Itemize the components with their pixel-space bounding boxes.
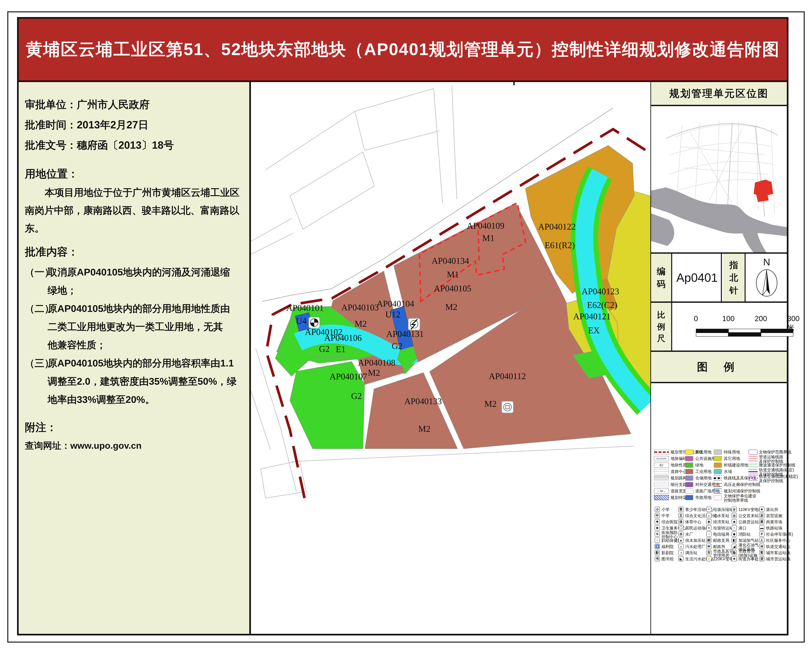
parcel-label: M2	[445, 302, 457, 312]
page: { "banner": {"title": "黄埔区云埔工业区第51、52地块东…	[0, 0, 812, 652]
parcel-label: M2	[418, 424, 430, 434]
minimap-svg	[651, 106, 787, 253]
location-minimap	[651, 106, 787, 254]
legend-icon-label: 肉菜市场	[766, 520, 782, 524]
parcel-label: M2	[354, 319, 367, 329]
approval-unit-label: 审批单位：	[25, 99, 77, 110]
legend-label: 地块编码	[670, 456, 687, 461]
legend-icon-label: 街道办事处	[739, 557, 759, 561]
legend-symbol-hv	[714, 482, 722, 487]
location-line: 本项目用地位于位于广州市黄埔区云埔工业区	[45, 186, 240, 199]
parcel-label: AP040108	[358, 358, 395, 367]
title-banner: 黄埔区云埔工业区第51、52地块东部地块（AP0401规划管理单元）控制性详细规…	[19, 19, 787, 82]
scale-bar-area: 0100200300米	[673, 303, 787, 350]
legend-icon-label: 福利院	[661, 545, 674, 549]
scale-segment	[696, 333, 728, 337]
parcel-label: M1	[447, 269, 459, 279]
parcel-label: EX	[588, 326, 600, 335]
right-panel: 规划管理单元区位图	[651, 82, 787, 634]
legend-icon-公交首末站: ◎	[732, 513, 737, 518]
parcel-label: AP040112	[488, 371, 526, 381]
legend-icon-label: 轨道交通站点	[766, 545, 791, 549]
legend-icon-农贸设施: 农	[759, 513, 765, 518]
approval-time-value: 2013年2月27日	[77, 119, 148, 131]
parcel-label: AP040123	[582, 286, 619, 296]
legend-symbol-centerline	[654, 469, 669, 474]
scale-tick: 200	[755, 314, 767, 323]
legend-icon-label: 电信端局	[713, 532, 730, 536]
substation-icon	[408, 318, 420, 330]
item-1-line: 取消原AP040105地块内的河涌及河涌退缩	[47, 266, 230, 279]
legend-icon-水厂: 水	[678, 531, 684, 537]
legend-icon-街道办事处: ★	[732, 556, 737, 561]
legend-symbol-swatch	[685, 469, 693, 474]
legend-icon-label: 水厂	[685, 532, 693, 536]
item-3-line: 原AP040105地块内的部分用地容积率由1.1	[47, 357, 234, 370]
legend-symbol-roadnet	[654, 476, 669, 481]
legend-icon-城市客运站场: 客	[759, 550, 765, 555]
compass-label: 指 北 针	[723, 254, 746, 302]
parcel-label: U12	[385, 309, 400, 319]
legend-icon-label: 邮政所	[713, 545, 725, 549]
legend-label: 高压走廊保护控制线	[724, 482, 760, 487]
scale-segment	[761, 333, 793, 337]
legend-icon-label: 污水处理厂	[685, 545, 705, 549]
legend-symbol-railway	[714, 476, 722, 481]
legend-label: 市政用地	[695, 495, 711, 500]
legend-icon-label: 农贸设施	[766, 514, 782, 518]
legend-symbol-swatch	[685, 462, 693, 468]
legend-icon-邮政所: ✉	[706, 544, 711, 549]
legend-label: 地块性质	[670, 463, 687, 467]
legend-symbol-swatch	[685, 482, 693, 487]
parcel-label: AP040106	[324, 333, 362, 343]
legend-label: 文物保护范围界线	[759, 450, 791, 454]
legend-label: 规划河涌保护控制线	[724, 489, 760, 493]
legend-symbol-swatch	[685, 456, 693, 461]
legend-symbol-rail-unstable	[748, 476, 758, 481]
legend-icon-label: 派出所	[766, 507, 778, 511]
legend-icon-轨道交通站点: M	[759, 544, 765, 549]
legend-icon-label: 排水泵站	[713, 514, 730, 518]
legend-icon-妇幼保健院: ♀	[655, 537, 660, 543]
legend-icon-label: 综合医院	[661, 520, 678, 524]
legend-icon-label: 110KV变电站	[739, 507, 762, 511]
legend-heading: 图 例	[651, 352, 787, 383]
page-title: 黄埔区云埔工业区第51、52地块东部地块（AP0401规划管理单元）控制性详细规…	[26, 38, 780, 61]
legend-label: 规划路网	[670, 476, 687, 480]
legend-icon-label: 市政管理 (抢险)设施	[739, 549, 757, 557]
minimap-highlight-area	[754, 179, 773, 202]
scale-tick: 0	[694, 314, 698, 323]
parcel-label: AP040134	[432, 256, 469, 266]
note-heading: 附注：	[25, 420, 57, 435]
parcel-label: AP040131	[386, 329, 424, 339]
legend-icon-label: 公交首末站	[739, 514, 759, 518]
legend-label: 居住用地	[695, 450, 711, 454]
item-1-line: 绿地；	[47, 284, 77, 297]
legend-symbol-swatch	[714, 456, 722, 461]
legend-symbol-swatch	[714, 450, 722, 455]
legend-label: 村镇建设用地	[724, 463, 748, 467]
legend-icon-label: 中学	[661, 514, 670, 518]
parcel-label: AP040121	[573, 312, 611, 321]
code-label: 编 码	[651, 254, 672, 302]
parcel-label: AP040105	[434, 283, 471, 293]
legend-label: 管道运输线路 及保护控制线	[759, 455, 783, 464]
parcel-label: E62(C2)	[587, 300, 617, 310]
legend-symbol-swatch	[685, 476, 693, 481]
legend-icon-铁路站场: ▬	[759, 525, 765, 530]
legend-icon-污水处理厂: ◒	[678, 544, 684, 549]
legend-icon-体育中心: 体	[678, 519, 684, 524]
legend-symbol-rail-stable	[748, 469, 758, 474]
unit-code-value: Ap0401	[673, 254, 722, 302]
legend-icon-居民运动场/馆: 〇	[678, 525, 684, 530]
scale-segment	[728, 333, 761, 337]
legend-symbol-pipeline	[748, 456, 758, 461]
parcel-label: M2	[368, 368, 380, 378]
legend-icon-label: 社区服务中心	[766, 538, 791, 542]
legend-symbol-swatch	[714, 469, 722, 474]
legend-label: 道路宽度	[670, 489, 687, 493]
approval-doc-line: 批准文号：穗府函〔2013〕18号	[25, 138, 174, 152]
legend-icon-label: 铁路站场	[766, 526, 782, 530]
legend-icon-排涝泵站: ⊗	[706, 519, 711, 524]
legend-icon-垃圾转运站: ≡	[706, 525, 711, 530]
